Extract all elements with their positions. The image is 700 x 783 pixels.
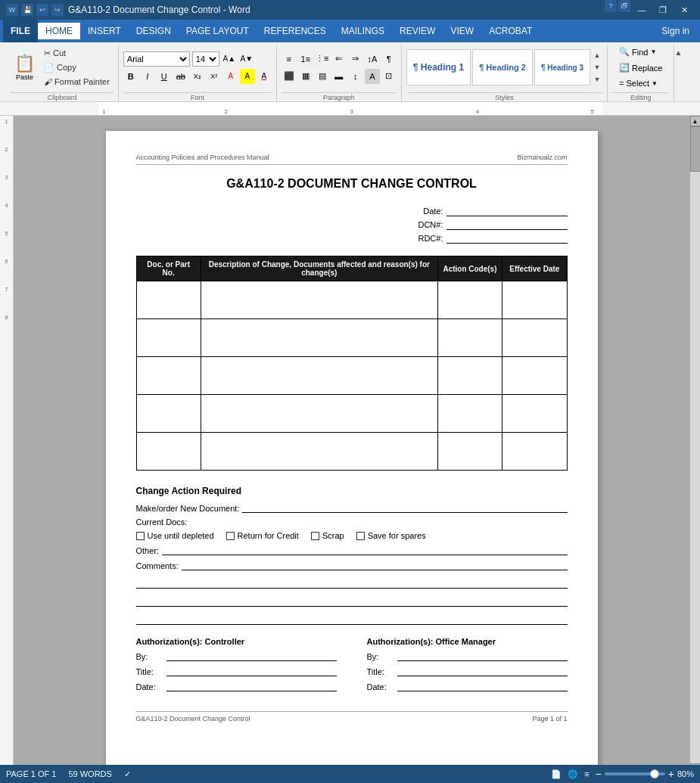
- grow-font-button[interactable]: A▲: [222, 51, 237, 67]
- zoom-in-button[interactable]: +: [668, 768, 674, 774]
- dcn-line[interactable]: [446, 219, 568, 230]
- page-layout-menu[interactable]: PAGE LAYOUT: [179, 23, 257, 39]
- table-cell-action-1[interactable]: [437, 281, 502, 319]
- comment-line-4[interactable]: [136, 611, 568, 625]
- align-left-button[interactable]: ⬛: [282, 69, 297, 84]
- increase-indent-button[interactable]: ⇒: [348, 51, 363, 67]
- align-center-button[interactable]: ▦: [298, 69, 313, 84]
- copy-button[interactable]: 📄 Copy: [40, 61, 114, 74]
- borders-button[interactable]: ⊡: [381, 69, 397, 84]
- font-color-button[interactable]: A: [257, 69, 272, 84]
- select-button[interactable]: = Select ▼: [615, 77, 666, 89]
- styles-more[interactable]: ▼: [592, 73, 602, 85]
- table-cell-action-5[interactable]: [437, 433, 502, 471]
- checkbox-scrap-box[interactable]: [311, 532, 319, 540]
- design-menu[interactable]: DESIGN: [129, 23, 179, 39]
- table-cell-doc-3[interactable]: [136, 357, 201, 395]
- save-icon[interactable]: 💾: [21, 4, 33, 16]
- table-cell-eff-4[interactable]: [502, 395, 567, 433]
- align-right-button[interactable]: ▤: [315, 69, 330, 84]
- view-outline-button[interactable]: ≡: [584, 769, 589, 774]
- review-menu[interactable]: REVIEW: [392, 23, 443, 39]
- insert-menu[interactable]: INSERT: [80, 23, 129, 39]
- replace-button[interactable]: 🔄 Replace: [615, 61, 666, 74]
- table-cell-doc-2[interactable]: [136, 319, 201, 357]
- underline-button[interactable]: U: [157, 69, 172, 84]
- comment-line-2[interactable]: [136, 575, 568, 589]
- checkbox-spares-box[interactable]: [356, 532, 365, 540]
- scrollbar-track[interactable]: [690, 126, 701, 763]
- justify-button[interactable]: ▬: [331, 69, 347, 84]
- format-painter-button[interactable]: 🖌 Format Painter: [40, 76, 114, 88]
- checkbox-depleted[interactable]: Use until depleted: [136, 531, 214, 540]
- scroll-area[interactable]: Accounting Policies and Procedures Manua…: [14, 116, 689, 774]
- scrollbar-thumb[interactable]: [690, 126, 701, 172]
- table-cell-eff-1[interactable]: [502, 281, 567, 319]
- undo-icon[interactable]: ↩: [36, 4, 48, 16]
- make-order-line[interactable]: [242, 502, 567, 513]
- font-family-select[interactable]: Arial Times New Roman Calibri: [123, 51, 190, 67]
- minimize-button[interactable]: —: [632, 0, 652, 20]
- strikethrough-button[interactable]: ab: [173, 69, 188, 84]
- line-spacing-button[interactable]: ↕: [348, 69, 363, 84]
- italic-button[interactable]: I: [140, 69, 155, 84]
- other-line[interactable]: [162, 545, 567, 555]
- checkbox-credit[interactable]: Return for Credit: [226, 531, 299, 540]
- heading2-style[interactable]: ¶ Heading 2: [472, 49, 533, 85]
- show-formatting-button[interactable]: ¶: [381, 51, 397, 67]
- auth-controller-title-line[interactable]: [166, 666, 337, 676]
- references-menu[interactable]: REFERENCES: [257, 23, 334, 39]
- mailings-menu[interactable]: MAILINGS: [334, 23, 392, 39]
- view-web-button[interactable]: 🌐: [568, 769, 578, 775]
- cut-button[interactable]: ✂ Cut: [40, 47, 114, 60]
- zoom-out-button[interactable]: −: [596, 768, 602, 774]
- comments-line-1[interactable]: [182, 560, 568, 570]
- decrease-indent-button[interactable]: ⇐: [331, 51, 347, 67]
- text-color-button[interactable]: A: [223, 69, 238, 84]
- shrink-font-button[interactable]: A▼: [239, 51, 254, 67]
- table-cell-action-4[interactable]: [437, 395, 502, 433]
- bold-button[interactable]: B: [123, 69, 138, 84]
- acrobat-menu[interactable]: ACROBAT: [481, 23, 540, 39]
- checkbox-scrap[interactable]: Scrap: [311, 531, 344, 540]
- file-menu[interactable]: FILE: [3, 20, 38, 42]
- view-print-button[interactable]: 📄: [551, 769, 562, 775]
- checkbox-spares[interactable]: Save for spares: [356, 531, 426, 540]
- close-button[interactable]: ✕: [674, 0, 694, 20]
- multilevel-button[interactable]: ⋮≡: [315, 51, 330, 67]
- date-line[interactable]: [446, 206, 568, 216]
- table-cell-desc-2[interactable]: [201, 319, 437, 357]
- find-button[interactable]: 🔍 Find ▼: [615, 45, 666, 58]
- styles-scroll-up[interactable]: ▲: [592, 49, 602, 61]
- rdc-line[interactable]: [446, 233, 568, 244]
- superscript-button[interactable]: X²: [207, 69, 222, 84]
- heading3-style[interactable]: ¶ Heading 3: [534, 49, 590, 85]
- numbering-button[interactable]: 1≡: [298, 51, 313, 67]
- auth-controller-by-line[interactable]: [166, 651, 337, 661]
- auth-controller-date-line[interactable]: [166, 681, 337, 691]
- view-menu[interactable]: VIEW: [443, 23, 481, 39]
- table-cell-desc-4[interactable]: [201, 395, 437, 433]
- table-cell-eff-3[interactable]: [502, 357, 567, 395]
- ribbon-collapse-button[interactable]: ▲: [674, 48, 682, 57]
- home-menu[interactable]: HOME: [38, 23, 80, 39]
- auth-office-date-line[interactable]: [397, 681, 568, 691]
- checkbox-depleted-box[interactable]: [136, 532, 145, 540]
- table-cell-eff-5[interactable]: [502, 433, 567, 471]
- auth-office-title-line[interactable]: [397, 666, 568, 676]
- table-cell-doc-5[interactable]: [136, 433, 201, 471]
- table-cell-action-3[interactable]: [437, 357, 502, 395]
- table-cell-eff-2[interactable]: [502, 319, 567, 357]
- help-button[interactable]: ?: [605, 0, 617, 12]
- styles-scroll-down[interactable]: ▼: [592, 61, 602, 73]
- maximize-button[interactable]: ❐: [653, 0, 673, 20]
- scroll-up-button[interactable]: ▲: [690, 116, 701, 126]
- shading-button[interactable]: A: [365, 69, 380, 84]
- sign-in[interactable]: Sign in: [654, 26, 697, 36]
- zoom-slider[interactable]: [605, 772, 665, 774]
- table-cell-doc-1[interactable]: [136, 281, 201, 319]
- redo-icon[interactable]: ↪: [51, 4, 64, 16]
- paste-button[interactable]: 📋 Paste: [11, 48, 39, 86]
- checkbox-credit-box[interactable]: [226, 532, 235, 540]
- subscript-button[interactable]: X₂: [190, 69, 205, 84]
